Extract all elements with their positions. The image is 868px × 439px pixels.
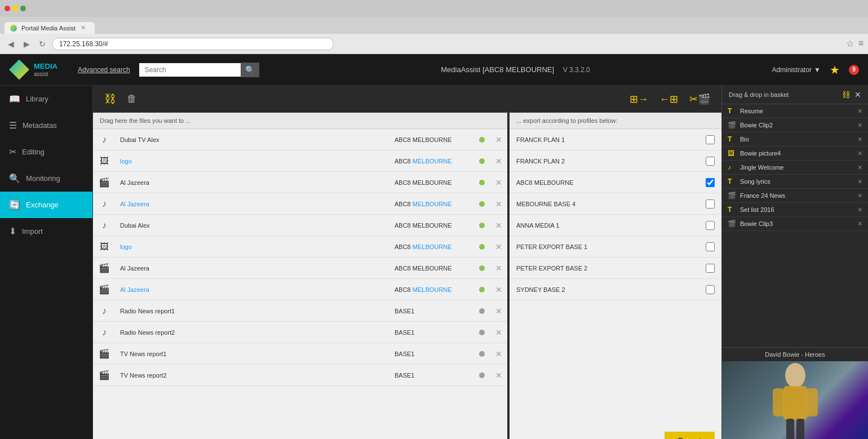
file-remove-button[interactable]: ✕: [490, 178, 507, 187]
unlink-button[interactable]: ✂🎬: [687, 91, 712, 108]
basket-link-button[interactable]: ⛓: [842, 90, 850, 99]
maximize-window-btn[interactable]: [20, 6, 26, 11]
notification-badge[interactable]: 9: [849, 65, 859, 75]
file-name: Al Jazeera: [116, 286, 395, 293]
file-name: TV News report1: [116, 351, 395, 357]
refresh-btn[interactable]: ↻: [36, 38, 48, 50]
file-remove-button[interactable]: ✕: [490, 349, 507, 358]
export-checkbox[interactable]: [706, 135, 715, 144]
import-left-button[interactable]: ←⊞: [657, 91, 680, 108]
tab-close-btn[interactable]: ✕: [81, 24, 86, 32]
basket-item-remove-button[interactable]: ✕: [857, 178, 862, 185]
sidebar-item-import[interactable]: ⬇ Import: [0, 218, 92, 245]
file-name: Al Jazeera: [116, 265, 395, 272]
search-input[interactable]: [139, 63, 241, 77]
file-type-icon: 🎬: [93, 263, 116, 273]
bookmark-icon[interactable]: ☆: [846, 38, 854, 49]
forward-btn[interactable]: ▶: [20, 38, 33, 50]
export-checkbox[interactable]: [706, 242, 715, 251]
sidebar-item-exchange[interactable]: 🔄 Exchange: [0, 192, 92, 218]
export-checkbox[interactable]: [706, 264, 715, 273]
file-type-icon: 🎬: [93, 370, 116, 380]
minimize-window-btn[interactable]: [12, 6, 18, 11]
sidebar-item-metadatas[interactable]: ☰ Metadatas: [0, 112, 92, 139]
export-checkbox[interactable]: [706, 178, 715, 187]
file-name: Radio News report1: [116, 308, 395, 314]
export-checkbox[interactable]: [706, 157, 715, 166]
file-remove-button[interactable]: ✕: [490, 307, 507, 316]
back-btn[interactable]: ◀: [5, 38, 17, 50]
file-status: [473, 287, 490, 292]
file-destination: ABC8 MELBOURNE: [395, 179, 473, 186]
status-dot: [479, 373, 485, 378]
basket-item-remove-button[interactable]: ✕: [857, 136, 862, 143]
basket-item-name: Jingle Welcome: [740, 164, 854, 171]
basket-item-remove-button[interactable]: ✕: [857, 150, 862, 157]
file-type-icon: 🎬: [93, 284, 116, 295]
file-remove-button[interactable]: ✕: [490, 242, 507, 251]
browser-tab[interactable]: Portail Media Assist ✕: [5, 22, 95, 34]
table-row: 🖼 logo ABC8 MELBOURNE ✕: [93, 236, 507, 258]
basket-item-type-icon: 🎬: [728, 220, 737, 228]
export-button[interactable]: Export: [665, 432, 715, 439]
import-icon: ⬇: [9, 226, 16, 237]
file-destination: ABC8 MELBOURNE: [395, 158, 473, 165]
delete-button[interactable]: 🗑: [125, 91, 139, 107]
close-window-btn[interactable]: [5, 6, 10, 11]
basket-item-name: Bowie Clip2: [740, 122, 854, 128]
advanced-search-link[interactable]: Advanced search: [78, 66, 130, 74]
export-panel-header: ... export according to profiles below:: [510, 113, 721, 129]
file-remove-button[interactable]: ✕: [490, 199, 507, 209]
table-row: 🎬 TV News report2 BASE1 ✕: [93, 365, 507, 386]
basket-header: Drag & drop in basket ⛓ ✕: [722, 86, 868, 104]
file-remove-button[interactable]: ✕: [490, 135, 507, 144]
sidebar-label-monitoring: Monitoring: [26, 174, 60, 183]
basket-close-button[interactable]: ✕: [854, 90, 861, 99]
export-row: ANNA MEDIA 1: [510, 215, 721, 236]
sidebar-item-editing[interactable]: ✂ Editing: [0, 139, 92, 165]
export-row: SYDNEY BASE 2: [510, 279, 721, 300]
basket-item-remove-button[interactable]: ✕: [857, 192, 862, 199]
file-type-icon: ♪: [93, 327, 116, 338]
address-bar[interactable]: [52, 38, 334, 50]
app-version: V 3.3.2.0: [563, 66, 590, 74]
basket-item-remove-button[interactable]: ✕: [857, 122, 862, 129]
file-destination: BASE1: [395, 372, 473, 379]
basket-item-remove-button[interactable]: ✕: [857, 108, 862, 115]
basket-item-type-icon: T: [728, 135, 737, 143]
tab-favicon: [10, 25, 17, 32]
basket-item-remove-button[interactable]: ✕: [857, 164, 862, 171]
file-remove-button[interactable]: ✕: [490, 221, 507, 230]
sidebar-label-library: Library: [26, 95, 48, 103]
basket-item-type-icon: 🖼: [728, 149, 737, 157]
export-checkbox[interactable]: [706, 199, 715, 209]
nav-bar: ◀ ▶ ↻ ☆ ≡: [0, 34, 868, 54]
status-dot: [479, 330, 485, 335]
export-checkbox[interactable]: [706, 285, 715, 294]
table-row: ♪ Dubai TV Alex ABC8 MELBOURNE ✕: [93, 129, 507, 150]
sidebar-item-monitoring[interactable]: 🔍 Monitoring: [0, 165, 92, 192]
logo: MEDIA assist: [9, 60, 57, 80]
file-remove-button[interactable]: ✕: [490, 285, 507, 294]
left-panel-header: Drag here the files you want to ...: [93, 113, 507, 129]
file-status: [473, 223, 490, 228]
export-right-button[interactable]: ⊞→: [627, 91, 650, 108]
basket-item-name: France 24 News: [740, 192, 854, 199]
file-remove-button[interactable]: ✕: [490, 264, 507, 273]
file-status: [473, 373, 490, 378]
basket-item-remove-button[interactable]: ✕: [857, 206, 862, 214]
menu-icon[interactable]: ≡: [858, 38, 863, 49]
export-checkbox[interactable]: [706, 221, 715, 230]
player-image: [722, 361, 868, 439]
sidebar-item-library[interactable]: 📖 Library: [0, 86, 92, 112]
basket-panel: Drag & drop in basket ⛓ ✕ T Resume ✕ 🎬 B…: [721, 86, 868, 439]
basket-items: T Resume ✕ 🎬 Bowie Clip2 ✕ T Bio ✕ 🖼 Bow…: [722, 104, 868, 347]
file-remove-button[interactable]: ✕: [490, 328, 507, 337]
file-remove-button[interactable]: ✕: [490, 157, 507, 166]
favorites-star-icon[interactable]: ★: [830, 63, 840, 77]
search-button[interactable]: 🔍: [241, 63, 259, 77]
file-remove-button[interactable]: ✕: [490, 371, 507, 380]
link-button[interactable]: ⛓: [102, 90, 118, 108]
basket-item-remove-button[interactable]: ✕: [857, 220, 862, 228]
admin-menu[interactable]: Administrator ▼: [772, 66, 821, 74]
